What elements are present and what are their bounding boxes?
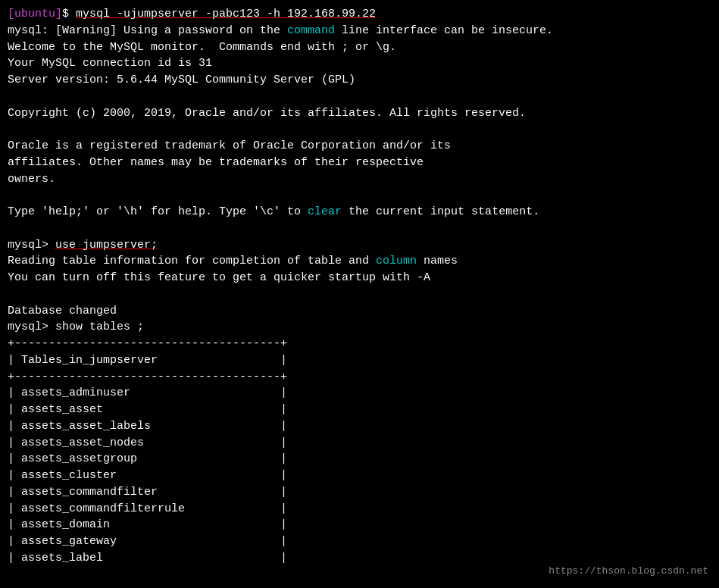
table-row-8: | assets_commandfilterrule | (8, 501, 711, 518)
table-row-7: | assets_commandfilter | (8, 484, 711, 501)
table-row-6: | assets_cluster | (8, 468, 711, 484)
empty-4 (8, 220, 711, 237)
table-row-3: | assets_asset_labels | (8, 418, 711, 435)
line-17: You can turn off this feature to get a q… (8, 270, 711, 286)
empty-2 (8, 121, 711, 138)
table-row-1: | assets_adminuser | (8, 385, 711, 402)
command-text: mysql -ujumpserver -pabc123 -h 192.168.9… (76, 8, 376, 20)
line-3: Welcome to the MySQL monitor. Commands e… (8, 39, 711, 56)
table-row-10: | assets_gateway | (8, 533, 711, 550)
table-border-mid: +---------------------------------------… (8, 369, 711, 386)
table-row-5: | assets_assetgroup | (8, 451, 711, 468)
table-header: | Tables_in_jumpserver | (8, 352, 711, 369)
line-5: Server version: 5.6.44 MySQL Community S… (8, 72, 711, 89)
line-9: Oracle is a registered trademark of Orac… (8, 138, 711, 155)
table-border-top: +---------------------------------------… (8, 336, 711, 352)
column-highlight: column (376, 255, 417, 267)
watermark: https://thson.blog.csdn.net (549, 565, 708, 579)
line-15: mysql> use jumpserver; (8, 237, 711, 254)
table-row-2: | assets_asset | (8, 402, 711, 418)
line-10: affiliates. Other names may be trademark… (8, 155, 711, 171)
empty-3 (8, 187, 711, 204)
table-row-4: | assets_asset_nodes | (8, 435, 711, 452)
use-cmd: use jumpserver; (55, 239, 158, 252)
terminal[interactable]: [ubuntu]$ mysql -ujumpserver -pabc123 -h… (0, 0, 719, 588)
ubuntu-prompt: [ubuntu] (8, 8, 62, 20)
line-16: Reading table information for completion… (8, 253, 711, 270)
line-2: mysql: [Warning] Using a password on the… (8, 23, 711, 39)
line-4: Your MySQL connection id is 31 (8, 55, 711, 72)
clear-highlight: clear (308, 205, 342, 218)
empty-5 (8, 286, 711, 303)
table-row-9: | assets_domain | (8, 517, 711, 533)
line-11: owners. (8, 171, 711, 188)
line-7: Copyright (c) 2000, 2019, Oracle and/or … (8, 105, 711, 122)
line-19: Database changed (8, 303, 711, 320)
command-highlight: command (287, 24, 335, 37)
line-1: [ubuntu]$ mysql -ujumpserver -pabc123 -h… (8, 6, 711, 23)
line-20: mysql> show tables ; (8, 319, 711, 336)
empty-1 (8, 89, 711, 105)
line-13: Type 'help;' or '\h' for help. Type '\c'… (8, 204, 711, 220)
